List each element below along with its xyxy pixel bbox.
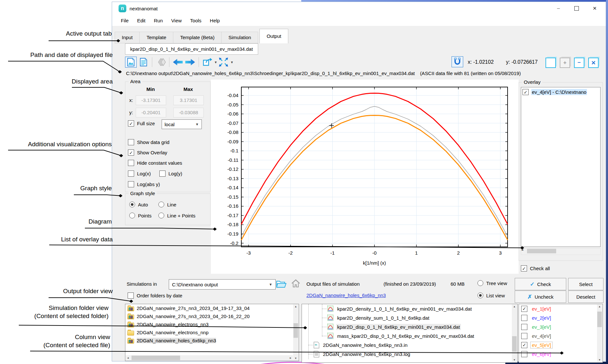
ev-row[interactable]: ev_3[eV]	[519, 322, 602, 331]
graph-view-icon[interactable]	[125, 57, 137, 68]
back-arrow-icon[interactable]	[172, 57, 183, 67]
folder-list-vscrollbar[interactable]: ▲ ▼	[293, 304, 298, 360]
menu-help[interactable]: Help	[206, 16, 224, 25]
hide-constant-values-option[interactable]: Hide constant values	[128, 160, 182, 166]
file-row[interactable]: mass_kpar2D_disp_0_1_hl_6x6kp_ev_min001_…	[302, 331, 517, 340]
tab-template-beta[interactable]: Template (Beta)	[173, 32, 222, 43]
tab-output[interactable]: Output	[259, 29, 288, 43]
show-overlay-checkbox[interactable]	[128, 149, 134, 156]
log-abs-y-checkbox[interactable]	[128, 181, 134, 187]
ev-row[interactable]: ev_4[eV]	[519, 331, 602, 340]
file-row[interactable]: kpar2D_density_1_0_1_hl_6x6kp_ev_min001_…	[302, 304, 517, 313]
file-row[interactable]: 2DGaN_nanowire_holes_6x6kp_nn3.log	[302, 349, 517, 358]
eigenvalue-column-list[interactable]: ▲ ▼ ev_1[eV]ev_2[eV]ev_3[eV]ev_4[eV]ev_5…	[519, 304, 603, 363]
scroll-left-icon[interactable]: ◄	[127, 357, 129, 359]
fit-view-dropdown-icon[interactable]: ▼	[230, 61, 234, 64]
x-min-field[interactable]: -3.17301	[136, 95, 166, 105]
order-folders-option[interactable]: Order folders by date	[128, 292, 182, 299]
folder-row[interactable]: 2DGaN_nanowire_27s_nn3_2023_04_19-17_33_…	[125, 304, 289, 312]
y-max-field[interactable]: -0.03088	[173, 108, 204, 117]
ev-checkbox[interactable]	[521, 351, 527, 357]
graph-style-auto[interactable]: Auto	[129, 202, 148, 207]
line-points-radio[interactable]	[158, 213, 164, 218]
check-button[interactable]: ✓ Check	[515, 278, 566, 290]
check-all-checkbox[interactable]	[521, 265, 527, 271]
simulation-folder-link[interactable]: 2DGaN_nanowire_holes_6x6kp_nn3	[306, 292, 386, 298]
snap-magnet-icon[interactable]	[452, 56, 463, 67]
ev-checkbox[interactable]	[521, 333, 527, 339]
list-view-radio[interactable]	[477, 292, 483, 298]
log-x-option[interactable]: Log(x)	[128, 171, 151, 177]
auto-radio[interactable]	[129, 202, 135, 207]
scrollbar-thumb[interactable]	[527, 249, 556, 253]
fit-view-icon[interactable]	[218, 57, 229, 67]
menu-run[interactable]: Run	[150, 16, 167, 25]
file-row[interactable]: kpar2D_disp_0_1_hl_6x6kp_ev_min001_ev_ma…	[302, 322, 517, 331]
graph-style-points[interactable]: Points	[129, 213, 152, 218]
folder-list-hscrollbar[interactable]: ◄ ►	[126, 355, 293, 360]
file-row[interactable]: In2DGaN_nanowire_holes_6x6kp_nn3.in	[302, 340, 517, 349]
text-view-icon[interactable]	[138, 57, 149, 67]
scale-select[interactable]: local ▼	[162, 119, 202, 129]
menu-view[interactable]: View	[167, 16, 186, 25]
dispersion-chart[interactable]: -0.04-0.05-0.06-0.07-0.08-0.09-0.1-0.11-…	[211, 80, 519, 274]
file-row[interactable]: kpar2D_density_sum_1_0_1_hl_6x6kp.dat	[302, 313, 517, 322]
single-pane-icon[interactable]	[545, 58, 556, 68]
folder-row[interactable]: 2DGaN_nanowire_electrons_nn3	[125, 320, 289, 328]
tab-input[interactable]: Input	[115, 32, 140, 43]
remove-pane-icon[interactable]: −	[574, 58, 584, 68]
scroll-right-icon[interactable]: ►	[521, 248, 524, 251]
full-size-option[interactable]: Full size	[128, 120, 155, 127]
hide-constant-values-checkbox[interactable]	[128, 160, 134, 166]
overlay-hscrollbar[interactable]: ◄ ►	[521, 248, 601, 255]
scroll-down-icon[interactable]: ▼	[512, 358, 517, 361]
ev-checkbox[interactable]	[521, 342, 527, 348]
full-size-checkbox[interactable]	[128, 120, 134, 127]
order-folders-checkbox[interactable]	[128, 292, 134, 299]
overlay-list[interactable]: ev_4[eV] - C:\D\nextnano	[521, 87, 601, 247]
overlay-item-checkbox[interactable]	[522, 89, 529, 95]
ev-checkbox[interactable]	[521, 315, 527, 321]
log-x-checkbox[interactable]	[128, 171, 134, 177]
log-y-checkbox[interactable]	[159, 171, 166, 177]
export-icon[interactable]	[202, 57, 213, 67]
add-pane-icon[interactable]: +	[560, 58, 570, 68]
home-icon[interactable]	[291, 279, 301, 289]
show-overlay-option[interactable]: Show Overlay	[128, 149, 167, 156]
folder-row[interactable]: 2DGaN_nanowire_electrons_nnp	[125, 328, 289, 336]
graph-style-line-points[interactable]: Line + Points	[158, 213, 195, 218]
menu-edit[interactable]: Edit	[133, 16, 150, 25]
close-icon[interactable]	[586, 2, 604, 15]
line-radio[interactable]	[158, 202, 164, 207]
log-y-option[interactable]: Log(y)	[159, 171, 182, 177]
list-view-option[interactable]: List view	[477, 292, 505, 298]
y-min-field[interactable]: -0.20401	[136, 108, 166, 117]
close-pane-icon[interactable]: ✕	[588, 58, 599, 68]
scrollbar-thumb[interactable]	[597, 312, 602, 327]
tree-view-radio[interactable]	[477, 280, 483, 286]
menu-file[interactable]: File	[117, 16, 133, 25]
tab-simulation[interactable]: Simulation	[221, 32, 258, 43]
scroll-up-icon[interactable]: ▲	[293, 305, 298, 308]
scroll-up-icon[interactable]: ▲	[597, 305, 602, 308]
ev-row[interactable]: ev_2[eV]	[519, 313, 602, 322]
overlay-item[interactable]: ev_4[eV] - C:\D\nextnano	[521, 87, 600, 97]
menu-tools[interactable]: Tools	[186, 16, 206, 25]
ev-row[interactable]: ev_6[eV]	[519, 349, 602, 358]
export-dropdown-icon[interactable]: ▼	[214, 61, 217, 64]
tree-view-option[interactable]: Tree view	[477, 280, 507, 286]
scroll-down-icon[interactable]: ▼	[597, 358, 602, 361]
forward-arrow-icon[interactable]	[185, 57, 196, 67]
open-folder-icon[interactable]	[276, 279, 287, 289]
ev-row[interactable]: ev_5[eV]	[519, 340, 602, 349]
graph-style-line[interactable]: Line	[158, 202, 176, 207]
output-file-tab[interactable]: kpar2D_disp_0_1_hl_6x6kp_ev_min001_ev_ma…	[125, 43, 258, 55]
maximize-icon[interactable]	[568, 2, 586, 15]
scroll-down-icon[interactable]: ▼	[293, 357, 298, 360]
scrollbar-thumb[interactable]	[132, 356, 180, 360]
show-data-grid-option[interactable]: Show data grid	[128, 139, 169, 145]
ev-checkbox[interactable]	[521, 306, 527, 312]
output-folder-list[interactable]: ▲ ▼ ◄ ► 2DGaN_nanowire_27s_nn3_2023_04_1…	[125, 304, 299, 361]
ev-row[interactable]: ev_1[eV]	[519, 304, 602, 313]
x-max-field[interactable]: 3.17301	[173, 95, 204, 105]
